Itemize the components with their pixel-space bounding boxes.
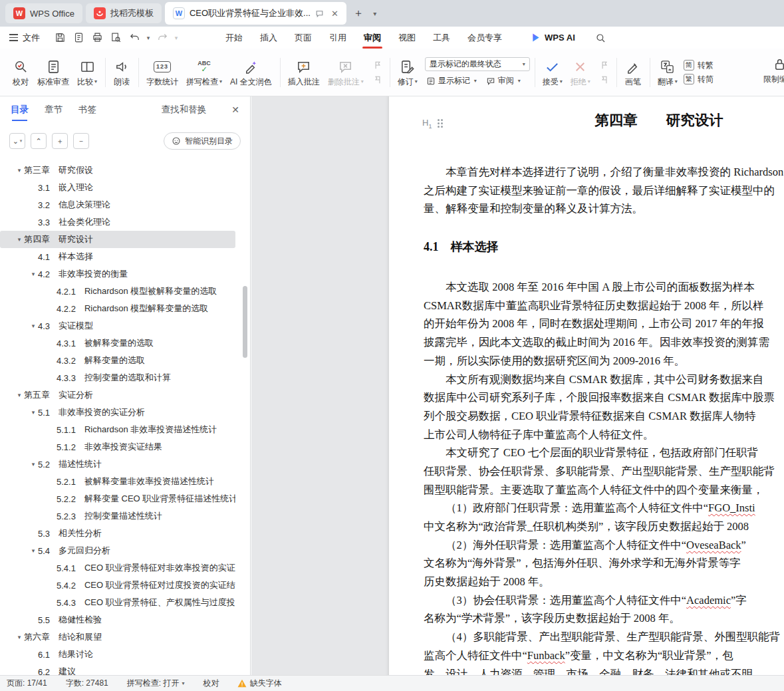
proofread-status[interactable]: 校对 (203, 678, 219, 689)
spellcheck-status[interactable]: 拼写检查: 打开▾ (127, 678, 185, 689)
toc-panel-tab-2[interactable]: 书签 (78, 104, 96, 116)
to-traditional-button[interactable]: 简 转繁 (684, 60, 714, 71)
toc-panel-tab-1[interactable]: 章节 (45, 104, 63, 116)
demote-button[interactable]: － (73, 133, 89, 149)
toggle-icon[interactable]: ▾ (29, 461, 38, 468)
save-button[interactable] (52, 30, 68, 46)
toc-item[interactable]: ▾4.3实证模型 (0, 317, 235, 335)
toggle-icon[interactable]: ▾ (29, 323, 38, 329)
to-simplified-button[interactable]: 繁 转简 (684, 74, 714, 85)
compare-button[interactable]: 比较▾ (74, 56, 100, 88)
file-menu-button[interactable]: 文件 (0, 27, 49, 49)
toggle-icon[interactable]: ▾ (15, 167, 24, 174)
close-tab-icon[interactable]: ✕ (331, 9, 338, 19)
ai-polish-button[interactable]: AI 全文润色 (227, 56, 275, 88)
toc-panel-tab-3[interactable]: 查找和替换 (162, 104, 207, 116)
new-tab-button[interactable]: ＋ (350, 5, 367, 22)
toc-item[interactable]: 5.1.1Richardson 非效率投资描述性统计 (0, 421, 235, 438)
review-pane-button[interactable]: 审阅▾ (485, 74, 522, 87)
toc-item[interactable]: 3.3社会类化理论 (0, 213, 235, 231)
close-panel-icon[interactable]: ✕ (231, 104, 239, 115)
toc-panel-tab-0[interactable]: 目录 (11, 104, 29, 116)
menu-item-4[interactable]: 审阅 (355, 27, 390, 49)
word-count-button[interactable]: 123 字数统计 (143, 56, 182, 88)
expand-all-button[interactable]: ⌃ (31, 133, 47, 149)
show-markup-button[interactable]: 显示标记▾ (425, 74, 478, 87)
toc-item[interactable]: ▾第四章研究设计 (0, 231, 235, 248)
accept-button[interactable]: 接受▾ (539, 56, 566, 88)
toc-item[interactable]: 5.2.1被解释变量非效率投资描述性统计 (0, 473, 235, 490)
toggle-icon[interactable]: ▾ (29, 409, 38, 416)
toc-item[interactable]: ▾5.4多元回归分析 (0, 542, 235, 559)
menu-item-1[interactable]: 插入 (251, 27, 286, 49)
search-button[interactable] (595, 33, 606, 43)
toggle-icon[interactable]: ▾ (15, 392, 24, 398)
tab-list-dropdown-icon[interactable]: ▾ (368, 5, 382, 22)
restrict-edit-button[interactable]: 限制编辑 (760, 53, 784, 86)
toc-item[interactable]: 4.2.2Richardson 模型解释变量的选取 (0, 300, 235, 317)
menu-item-7[interactable]: 会员专享 (459, 27, 511, 49)
toc-item[interactable]: ▾4.2非效率投资的衡量 (0, 265, 235, 283)
toc-item[interactable]: 5.4.3CEO 职业背景特征、产权属性与过度投... (0, 594, 235, 611)
word-count-indicator[interactable]: 字数: 27481 (66, 678, 108, 689)
menu-item-6[interactable]: 工具 (424, 27, 459, 49)
toc-item[interactable]: 5.5稳健性检验 (0, 611, 235, 628)
toc-item[interactable]: 5.1.2非效率投资实证结果 (0, 438, 235, 456)
smart-recognize-button[interactable]: 智能识别目录 (164, 132, 241, 150)
standard-check-button[interactable]: 标准审查 (34, 56, 72, 88)
toc-item[interactable]: 3.2信息决策理论 (0, 196, 235, 213)
toggle-icon[interactable]: ▾ (15, 236, 24, 243)
toc-item[interactable]: ▾第三章研究假设 (0, 162, 235, 179)
undo-dropdown-icon[interactable]: ▾ (145, 35, 152, 41)
export-pdf-button[interactable] (70, 30, 86, 46)
menu-item-3[interactable]: 引用 (321, 27, 355, 49)
toggle-icon[interactable]: ▾ (29, 271, 38, 277)
toc-item[interactable]: 4.3.3控制变量的选取和计算 (0, 369, 235, 386)
translate-button[interactable]: 翻译▾ (654, 56, 681, 88)
print-preview-button[interactable] (108, 30, 124, 46)
toc-item-number: 5.4 (38, 546, 50, 556)
toc-item[interactable]: 5.2.2解释变量 CEO 职业背景特征描述性统计 (0, 490, 235, 507)
toc-item[interactable]: ▾5.2描述性统计 (0, 456, 235, 473)
toc-item[interactable]: ▾第六章结论和展望 (0, 628, 235, 646)
proofread-button[interactable]: 校对 (9, 56, 33, 88)
toc-item[interactable]: 6.1结果讨论 (0, 646, 235, 663)
toc-item[interactable]: ▾第五章实证分析 (0, 386, 235, 404)
promote-button[interactable]: ＋ (52, 133, 68, 149)
read-aloud-button[interactable]: 朗读 (110, 56, 134, 88)
wps-ai-button[interactable]: WPS AI (531, 33, 575, 43)
menu-item-5[interactable]: 视图 (390, 27, 424, 49)
toc-item[interactable]: 4.2.1Richardson 模型被解释变量的选取 (0, 283, 235, 300)
print-button[interactable] (89, 30, 105, 46)
toc-item[interactable]: 5.3相关性分析 (0, 525, 235, 542)
toc-scrollbar-thumb[interactable] (243, 286, 247, 358)
toc-item[interactable]: 4.3.1被解释变量的选取 (0, 335, 235, 352)
tab-document[interactable]: W CEO职业背景特征与企业非效... ✕ (165, 2, 346, 25)
pen-button[interactable]: 画笔 (621, 56, 645, 88)
undo-button[interactable] (126, 30, 142, 46)
menu-item-0[interactable]: 开始 (217, 27, 251, 49)
drag-handle-icon[interactable] (438, 119, 443, 128)
toc-item[interactable]: 5.4.1CEO 职业背景特征对非效率投资的实证... (0, 559, 235, 577)
toc-item[interactable]: 3.1嵌入理论 (0, 179, 235, 196)
insert-comment-button[interactable]: 插入批注 (285, 56, 323, 88)
toc-item[interactable]: 4.1样本选择 (0, 248, 235, 265)
spell-check-button[interactable]: ABC✓ 拼写检查▾ (183, 56, 225, 88)
page-indicator[interactable]: 页面: 17/41 (7, 678, 47, 689)
markup-state-combobox[interactable]: 显示标记的最终状态 ▾ (425, 57, 530, 71)
tab-wps-office[interactable]: W WPS Office (5, 3, 82, 23)
menu-item-2[interactable]: 页面 (286, 27, 321, 49)
toc-item[interactable]: 5.2.3控制变量描述性统计 (0, 507, 235, 525)
toc-item[interactable]: 4.3.2解释变量的选取 (0, 352, 235, 369)
toc-item-number: 4.1 (38, 252, 50, 262)
toggle-icon[interactable]: ▾ (15, 634, 24, 640)
document-page[interactable]: H1 第四章 研究设计 本章首先对样本选择进行了说明，介绍了衡量非效率投资的 R… (389, 96, 784, 675)
missing-font-warning[interactable]: 缺失字体 (237, 678, 281, 689)
collapse-all-button[interactable]: ⌄▾ (9, 133, 25, 149)
toc-item[interactable]: 5.4.2CEO 职业背景特征对过度投资的实证结... (0, 577, 235, 594)
toggle-icon[interactable]: ▾ (29, 547, 38, 554)
tab-docer-templates[interactable]: 找稻壳模板 (86, 3, 162, 23)
toc-item[interactable]: ▾5.1非效率投资的实证分析 (0, 404, 235, 421)
toc-item[interactable]: 6.2建议 (0, 663, 235, 675)
track-changes-button[interactable]: 修订▾ (394, 56, 421, 88)
